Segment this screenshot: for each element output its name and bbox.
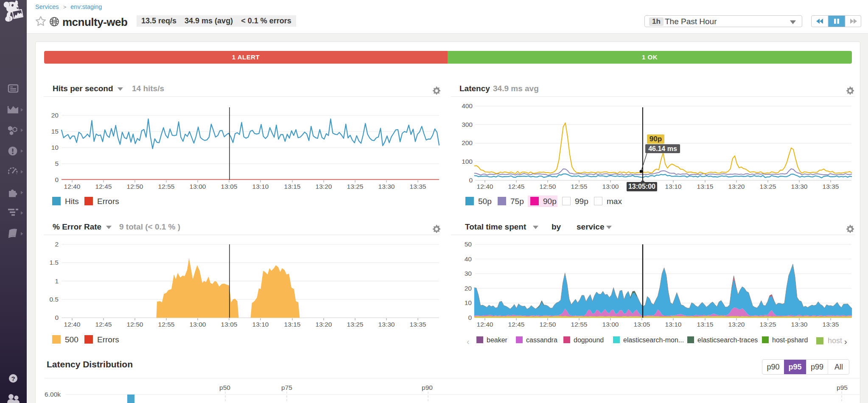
svg-text:p75: p75	[281, 384, 292, 391]
svg-text:p50: p50	[219, 384, 230, 391]
svg-text:p90: p90	[422, 384, 433, 391]
svg-text:6.00k: 6.00k	[45, 391, 61, 398]
svg-text:p95: p95	[837, 384, 848, 391]
